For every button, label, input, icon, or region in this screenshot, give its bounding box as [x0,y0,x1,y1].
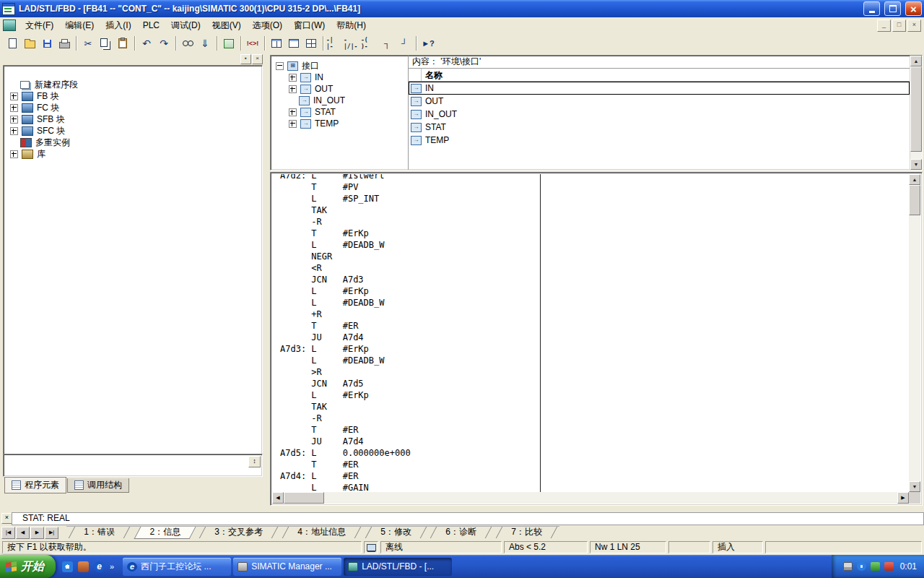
child-close-icon[interactable]: × [907,20,921,32]
monitor-button[interactable] [179,35,196,52]
prev-tab-icon[interactable]: ◀ [16,527,30,539]
start-button[interactable]: 开始 [0,555,56,578]
context-help-button[interactable] [419,35,437,52]
scroll-down-icon[interactable]: ▼ [909,481,920,492]
interface-temp[interactable]: TEMP [271,118,408,129]
next-tab-icon[interactable]: ▶ [30,527,44,539]
collapse-icon[interactable] [276,62,284,70]
code-vertical-scrollbar[interactable]: ▲ ▼ [909,174,920,492]
task-forum-window[interactable]: e 西门子工控论坛 ... [123,558,231,576]
menu-help[interactable]: 帮助(H) [331,18,372,33]
scroll-left-icon[interactable]: ◀ [272,492,284,504]
tree-item-fc-blocks[interactable]: FC 块 [4,102,262,113]
interface-in-out[interactable]: IN_OUT [271,95,408,106]
tab-cross-reference[interactable]: 3：交叉参考 [199,527,278,538]
declaration-row-in-out[interactable]: IN_OUT [409,108,910,121]
shield-icon[interactable] [871,562,880,571]
menu-file[interactable]: 文件(F) [19,18,59,33]
chevron-more-icon[interactable]: » [110,562,114,571]
menu-edit[interactable]: 编辑(E) [59,18,100,33]
menu-window[interactable]: 窗口(W) [288,18,331,33]
menu-options[interactable]: 选项(O) [247,18,288,33]
code-horizontal-scrollbar[interactable]: ◀ ▶ [272,492,909,504]
scrollbar-thumb[interactable] [910,66,922,152]
interface-in[interactable]: IN [271,72,408,83]
split-window-button[interactable] [268,35,285,52]
network-overview-button[interactable] [302,35,320,52]
expand-icon[interactable] [289,108,297,116]
detail-view-button[interactable] [285,35,302,52]
last-tab-icon[interactable]: ▶| [45,527,58,539]
close-branch-button[interactable] [396,35,413,52]
media-player-icon[interactable] [62,561,73,572]
expand-icon[interactable] [289,120,297,128]
scrollbar-thumb[interactable] [909,185,920,215]
tree-item-fb-blocks[interactable]: FB 块 [4,90,262,102]
program-elements-tree[interactable]: 新建程序段 FB 块 FC 块 SFB 块 [3,65,263,465]
tab-diagnostics[interactable]: 6：诊断 [430,527,492,538]
tab-info[interactable]: 2：信息 [134,527,196,539]
save-button[interactable] [38,35,56,52]
tab-comparison[interactable]: 7：比较 [496,527,557,538]
interface-root[interactable]: 接口 [271,60,408,72]
tab-program-elements[interactable]: 程序元素 [4,477,66,493]
first-tab-icon[interactable]: |◀ [1,527,15,539]
undo-button[interactable] [138,35,155,52]
restore-button[interactable] [884,1,901,16]
declaration-row-stat[interactable]: STAT [409,121,910,134]
redo-button[interactable] [155,35,173,52]
tab-modify[interactable]: 5：修改 [365,527,426,538]
scroll-right-icon[interactable]: ▶ [897,492,909,504]
browser-icon[interactable]: e [94,561,105,572]
child-restore-icon[interactable]: □ [892,20,906,32]
quick-launch-icon[interactable] [78,561,89,572]
paste-button[interactable] [114,35,131,52]
interface-stat[interactable]: STAT [271,106,408,118]
expand-icon[interactable] [289,74,297,82]
open-file-button[interactable] [21,35,38,52]
expand-icon[interactable] [10,116,18,124]
declaration-row-out[interactable]: OUT [409,95,910,108]
scrollbar-thumb[interactable] [284,492,324,504]
tree-item-libraries[interactable]: 库 [4,148,262,160]
close-message-panel-icon[interactable]: × [1,513,12,524]
menu-plc[interactable]: PLC [137,19,165,32]
download-button[interactable] [196,35,214,52]
interface-out[interactable]: OUT [271,83,408,95]
stl-code-editor[interactable]: A7d2: L #Istwert T #PV L #SP_INT TAK -R … [272,174,909,492]
contact-nc-button[interactable] [344,35,361,52]
scroll-up-icon[interactable]: ▲ [909,174,920,185]
tree-item-new-network[interactable]: 新建程序段 [4,79,262,90]
new-file-button[interactable] [4,35,21,52]
child-minimize-icon[interactable]: _ [877,20,891,32]
scroll-up-icon[interactable]: ▲ [910,56,922,66]
tab-address-info[interactable]: 4：地址信息 [282,527,361,538]
open-branch-button[interactable] [378,35,396,52]
expand-icon[interactable] [10,104,18,112]
task-simatic-manager[interactable]: SIMATIC Manager ... [233,558,341,576]
child-window-icon[interactable] [3,20,16,31]
copy-button[interactable] [97,35,114,52]
scroll-down-icon[interactable]: ▼ [910,159,922,170]
coil-button[interactable] [361,35,378,52]
tree-item-sfc-blocks[interactable]: SFC 块 [4,125,262,137]
tab-call-structure[interactable]: 调用结构 [67,478,129,493]
contact-no-button[interactable] [326,35,344,52]
interface-tree[interactable]: 接口 IN OUT IN_OUT [271,56,409,170]
close-pane-icon[interactable]: × [252,54,263,64]
tab-errors[interactable]: 1：错误 [69,527,130,538]
expand-icon[interactable] [10,127,18,135]
expand-icon[interactable] [10,150,18,158]
declaration-list[interactable]: 内容： '环境\接口' 名称 IN OUT [409,56,910,170]
minimize-button[interactable] [863,1,880,16]
expand-icon[interactable] [289,85,297,93]
menu-insert[interactable]: 插入(I) [100,18,136,33]
task-lad-stl-fbd[interactable]: LAD/STL/FBD - [... [344,558,452,576]
close-button[interactable] [905,1,922,16]
expand-icon[interactable] [10,92,18,100]
menu-debug[interactable]: 调试(D) [165,18,206,33]
tree-item-multi-instance[interactable]: 多重实例 [4,137,262,148]
print-button[interactable] [56,35,73,52]
declaration-scrollbar[interactable]: ▲ ▼ [910,56,922,170]
declaration-row-temp[interactable]: TEMP [409,134,910,147]
